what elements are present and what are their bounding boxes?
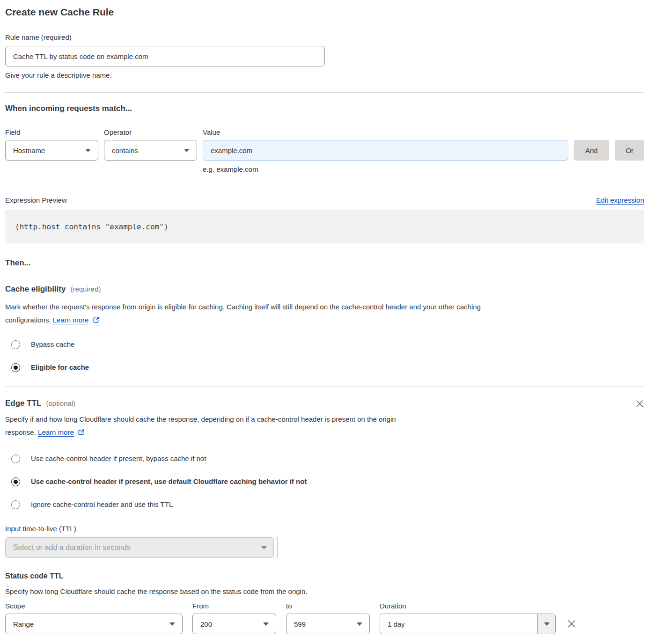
operator-label: Operator [104, 128, 203, 136]
close-icon[interactable] [635, 399, 644, 408]
required-badge: (required) [70, 285, 101, 293]
edge-ttl-description: Specify if and how long Cloudflare shoul… [5, 413, 644, 439]
scope-label: Scope [5, 602, 192, 610]
edit-expression-link[interactable]: Edit expression [596, 196, 644, 204]
duration-value: 1 day [380, 614, 537, 634]
field-select[interactable]: Hostname [5, 140, 98, 161]
description-line: configurations. [5, 316, 51, 324]
to-select[interactable]: 599 [286, 614, 370, 634]
then-heading: Then... [5, 257, 644, 269]
value-help: e.g. example.com [203, 165, 568, 174]
delete-row-icon[interactable] [566, 619, 577, 629]
rule-name-label: Rule name (required) [5, 33, 644, 42]
radio-button-checked[interactable] [11, 477, 20, 486]
section-divider [5, 92, 644, 93]
external-link-icon [78, 429, 85, 436]
radio-button[interactable] [11, 340, 20, 349]
external-link-icon [93, 316, 100, 323]
learn-more-link[interactable]: Learn more [53, 316, 89, 324]
to-select-value: 599 [294, 620, 306, 628]
radio-option-bypass-cache[interactable]: Bypass cache [11, 339, 644, 350]
radio-label: Use cache-control header if present, byp… [31, 453, 206, 464]
radio-button-checked[interactable] [11, 363, 20, 372]
ttl-duration-select[interactable]: Select or add a duration in seconds [5, 537, 274, 558]
field-select-value: Hostname [13, 146, 45, 154]
description-line: response. [5, 428, 36, 436]
expression-preview-label: Expression Preview [5, 196, 67, 205]
radio-option-eligible-for-cache[interactable]: Eligible for cache [11, 362, 644, 373]
cache-eligibility-heading: Cache eligibility [5, 285, 66, 293]
page-title: Create new Cache Rule [5, 6, 644, 19]
operator-select-value: contains [112, 146, 138, 154]
ttl-input-label: Input time-to-live (TTL) [5, 524, 644, 534]
duration-label: Duration [380, 602, 406, 610]
to-label: to [286, 602, 380, 610]
operator-select[interactable]: contains [104, 140, 197, 161]
scope-select[interactable]: Range [5, 614, 183, 634]
rule-name-help: Give your rule a descriptive name. [5, 71, 644, 80]
radio-label: Ignore cache-control header and use this… [31, 499, 173, 510]
from-select[interactable]: 200 [192, 614, 276, 634]
optional-badge: (optional) [46, 399, 75, 407]
radio-option-use-header-default[interactable]: Use cache-control header if present, use… [11, 476, 644, 487]
radio-label: Use cache-control header if present, use… [31, 476, 307, 487]
match-heading: When incoming requests match... [5, 103, 644, 114]
duration-dropdown-button[interactable] [537, 614, 555, 634]
chevron-down-icon [184, 149, 190, 152]
edge-ttl-heading: Edge TTL [5, 399, 41, 408]
description-line: Mark whether the request's response from… [5, 300, 644, 314]
learn-more-link[interactable]: Learn more [38, 428, 74, 436]
and-button[interactable]: And [574, 140, 609, 161]
input-caret [277, 537, 278, 558]
or-button[interactable]: Or [615, 140, 644, 161]
radio-option-use-header-bypass[interactable]: Use cache-control header if present, byp… [11, 453, 644, 464]
description-line: Specify if and how long Cloudflare shoul… [5, 413, 644, 426]
from-select-value: 200 [200, 620, 212, 628]
chevron-down-icon [263, 622, 269, 626]
radio-option-ignore-header[interactable]: Ignore cache-control header and use this… [11, 499, 644, 510]
from-label: From [192, 602, 286, 610]
ttl-select-placeholder: Select or add a duration in seconds [6, 538, 254, 557]
chevron-down-icon [169, 622, 175, 626]
chevron-down-icon [85, 149, 91, 152]
radio-button[interactable] [11, 500, 20, 509]
section-divider [5, 386, 644, 387]
value-label: Value [203, 128, 220, 136]
expression-code: (http.host contains "example.com") [15, 222, 169, 231]
scope-select-value: Range [13, 620, 34, 628]
cache-eligibility-description: Mark whether the request's response from… [5, 300, 644, 327]
chevron-down-icon [254, 538, 273, 557]
status-code-ttl-description: Specify how long Cloudflare should cache… [5, 585, 644, 598]
radio-label: Bypass cache [31, 339, 74, 350]
rule-name-input[interactable] [5, 46, 325, 66]
radio-label: Eligible for cache [31, 362, 89, 373]
field-label: Field [5, 128, 104, 136]
status-code-ttl-heading: Status code TTL [5, 571, 644, 581]
value-input[interactable] [203, 140, 568, 161]
chevron-down-icon [357, 622, 362, 626]
expression-code-block: (http.host contains "example.com") [5, 210, 644, 243]
duration-combobox[interactable]: 1 day [380, 614, 556, 634]
radio-button[interactable] [11, 454, 20, 463]
